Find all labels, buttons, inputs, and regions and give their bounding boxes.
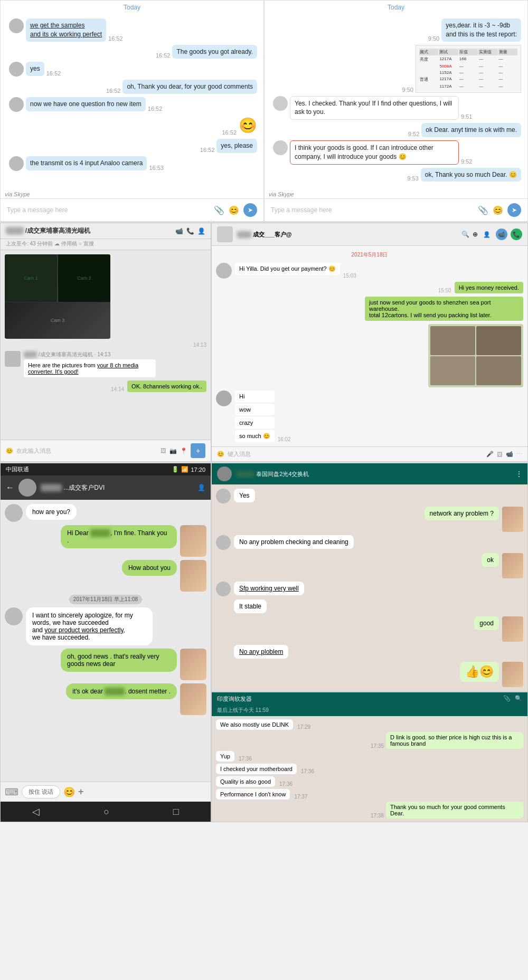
wechat-header: ███ /成交柬埔寨高清光端机 📹 📞 👤 [1, 223, 211, 239]
message-bubble: ok Dear. anyt time is ok with me. [421, 123, 521, 137]
emoji-icon[interactable]: 😊 [63, 786, 75, 798]
mobile-header: ← ████ ...成交客户DVI 👤 [1, 475, 211, 500]
wa-bottom-header: 印度询软发器 🔍 📎 [212, 692, 527, 706]
timestamp-1: 14:13 [193, 342, 206, 348]
input-placeholder[interactable]: Type a message here [7, 206, 210, 214]
attach-icon[interactable]: 📎 [214, 205, 224, 215]
photo-icon[interactable]: 📷 [169, 448, 177, 454]
message-time: 17:38 [371, 813, 384, 819]
back-nav-icon[interactable]: ◁ [32, 806, 40, 817]
emoji-message: 😊 [239, 115, 257, 136]
message-bubble: Yup [216, 751, 234, 762]
video-icon[interactable]: 📹 [506, 451, 513, 458]
home-nav-icon[interactable]: ○ [103, 806, 109, 817]
mobile-nav-bar: ◁ ○ □ [1, 802, 211, 822]
list-item: good [216, 616, 523, 642]
clock-icon: 17:20 [191, 467, 205, 473]
list-item: How about you [5, 560, 206, 592]
table-row: we get the samples and its ok working pe… [7, 18, 257, 42]
qq-icon3[interactable]: 👤 [481, 229, 493, 240]
message-bubble: No any problem checking and cleaning [234, 535, 354, 549]
top-left-date: Today [1, 1, 263, 14]
message-bubble: The goods you got already. [172, 45, 257, 59]
speak-button[interactable]: 按住 说话 [22, 785, 60, 798]
more-icon[interactable]: ⋯ [516, 451, 522, 458]
signal-icon: 📶 [181, 466, 188, 473]
contact-avatar [217, 226, 233, 242]
send-button[interactable]: ➤ [243, 203, 257, 217]
user-profile-icon[interactable]: 👤 [197, 484, 205, 491]
add-icon[interactable]: + [78, 786, 84, 797]
back-button[interactable]: ← [6, 483, 14, 492]
message-time: 9:51 [461, 113, 472, 120]
search-icon[interactable]: 🔍 [515, 695, 522, 702]
list-item: I want to sincerely apologize, for my wo… [5, 607, 206, 645]
list-item: No any ploblem [216, 645, 523, 659]
message-bubble: oh, good news . that's really very goods… [61, 649, 177, 672]
message-bubble: No any ploblem [234, 645, 288, 659]
message-bubble: Hi yes money received. [455, 282, 523, 293]
test-report-table: 频式测试应值实测值测量 亮度1217A168—— 5008A——— 1152A—… [416, 45, 521, 93]
avatar [9, 97, 24, 112]
contact-avatar [217, 467, 232, 481]
message-bubble: the transmit os is 4 input Analoo camera [26, 156, 147, 170]
attach-icon[interactable]: 📎 [478, 205, 488, 215]
camera-bottom-frame: Cam 3 [5, 302, 110, 338]
input-placeholder[interactable]: 键入消息 [228, 450, 483, 458]
message-time: 16:02 [278, 436, 291, 442]
list-item: Hi yes money received. 15:50 [216, 282, 523, 293]
message-bubble: yes, please [216, 139, 257, 153]
message-bubble: good [474, 616, 499, 630]
camera-top-frame: Cam 1 Cam 2 [5, 254, 110, 302]
emoji-icon[interactable]: 😊 [229, 205, 239, 215]
search-icon[interactable]: 🔍 [461, 231, 469, 238]
send-button[interactable]: ➤ [507, 203, 521, 217]
image-icon[interactable]: 🖼 [497, 451, 503, 458]
input-placeholder[interactable]: 在此输入消息 [16, 447, 157, 455]
image-icon[interactable]: 🖼 [161, 448, 166, 454]
avatar [9, 156, 24, 171]
table-row: I think your goods is good. If I can int… [271, 140, 521, 165]
list-item: D link is good. so thier price is high c… [216, 732, 523, 749]
add-button[interactable]: + [191, 443, 205, 458]
list-item: Thank you so much for your good comments… [216, 802, 523, 819]
user-icon[interactable]: 👤 [197, 227, 205, 235]
qq-icon2[interactable]: ⊕ [473, 231, 478, 238]
voice-icon[interactable]: 🎤 [486, 451, 494, 458]
attach-icon[interactable]: 📎 [503, 695, 511, 702]
user-photo [180, 560, 206, 592]
input-placeholder[interactable]: Type a message here [271, 206, 474, 214]
message-bubble: Hi Yilla. Did you get our payment? 😊 [235, 263, 340, 275]
user-photo [502, 662, 523, 687]
top-left-chat: Today we get the samples and its ok work… [0, 0, 264, 222]
emoji-icon[interactable]: 😊 [6, 448, 13, 454]
highlighted-message-bubble: I think your goods is good. If I can int… [290, 140, 459, 165]
emoji-icon[interactable]: 😊 [493, 205, 503, 215]
message-bubble: We also mostly use DLlNK [216, 719, 293, 730]
list-item: ███ /成交柬埔寨高清光端机 · 14:13 Here are the pic… [5, 351, 206, 377]
user-photo [180, 649, 206, 680]
qq-panel: ███ 成交___客户@ 🔍 ⊕ 👤 📹 📞 2021年5月18日 Hi Yil… [211, 223, 528, 462]
user-photo [180, 683, 206, 715]
table-row: ok Dear. anyt time is ok with me. 9:52 [271, 123, 521, 137]
message-bubble: D link is good. so thier price is high c… [386, 732, 523, 749]
qq-title: 成交___客户@ [253, 231, 291, 237]
menu-icon[interactable]: ⋮ [516, 470, 522, 478]
wa-bottom-panel: 印度询软发器 🔍 📎 最后上线于今天 11:59 We also mostly … [211, 692, 528, 822]
message-time: 9:50 [428, 35, 439, 42]
video-call-button[interactable]: 📹 [496, 229, 507, 240]
wechat-input-bar: 😊 在此输入消息 🖼 📷 📍 + [1, 440, 211, 461]
top-left-messages: we get the samples and its ok working pe… [1, 14, 263, 190]
voice-call-button[interactable]: 📞 [511, 229, 522, 240]
emoji-icon[interactable]: 😊 [217, 451, 224, 458]
message-bubble: network any problem ? [425, 507, 499, 520]
location-icon[interactable]: 📍 [180, 448, 187, 454]
video-icon[interactable]: 📹 [175, 227, 183, 235]
phone-icon[interactable]: 📞 [186, 227, 194, 235]
message-bubble: Here are the pictures from your 8 ch med… [24, 359, 156, 377]
message-time: 17:36 [239, 756, 252, 762]
contact-avatar [18, 479, 36, 497]
recents-nav-icon[interactable]: □ [173, 806, 179, 817]
keyboard-icon[interactable]: ⌨ [5, 786, 18, 798]
qq-header: ███ 成交___客户@ 🔍 ⊕ 👤 📹 📞 [212, 223, 527, 246]
